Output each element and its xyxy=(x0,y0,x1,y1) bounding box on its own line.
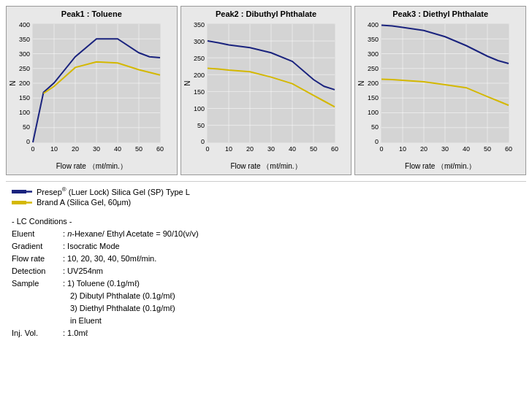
chart2-xlabel: Flow rate （mℓ/min.） xyxy=(184,161,349,172)
cond-flowrate-value: : 10, 20, 30, 40, 50mℓ/min. xyxy=(63,253,520,265)
svg-text:150: 150 xyxy=(19,94,30,101)
charts-row: Peak1 : Toluene xyxy=(6,6,526,175)
chart2-title: Peak2 : Dibuthyl Phthalate xyxy=(184,9,349,18)
chart3-xlabel: Flow rate （mℓ/min.） xyxy=(358,161,522,172)
svg-text:20: 20 xyxy=(420,145,428,153)
svg-text:50: 50 xyxy=(23,123,30,131)
cond-sample1: Sample : 1) Toluene (0.1g/mℓ) xyxy=(12,277,520,290)
svg-text:350: 350 xyxy=(368,36,379,43)
svg-text:200: 200 xyxy=(368,80,379,87)
chart-peak3: Peak3 : Diethyl Phthalate xyxy=(354,6,526,175)
svg-text:60: 60 xyxy=(156,145,164,153)
svg-text:150: 150 xyxy=(194,88,205,96)
svg-text:10: 10 xyxy=(225,145,232,153)
cond-gradient-label: Gradient xyxy=(12,240,63,253)
cond-sample-label: Sample xyxy=(12,277,63,290)
chart2-area: 350 300 250 200 150 100 50 0 0 10 20 30 … xyxy=(184,21,349,160)
svg-text:50: 50 xyxy=(197,122,205,129)
svg-text:300: 300 xyxy=(368,50,379,58)
svg-text:50: 50 xyxy=(135,145,142,153)
svg-text:60: 60 xyxy=(331,145,338,153)
cond-sample3: 3) Diethyl Phthalate (0.1g/mℓ) xyxy=(12,302,520,315)
svg-text:0: 0 xyxy=(31,145,34,153)
svg-text:100: 100 xyxy=(368,109,379,116)
cond-detection-value: : UV254nm xyxy=(63,265,520,277)
main-container: Peak1 : Toluene xyxy=(0,0,532,348)
svg-text:250: 250 xyxy=(368,65,379,72)
svg-text:40: 40 xyxy=(289,145,296,153)
cond-flowrate-label: Flow rate xyxy=(12,253,63,265)
cond-injvol: Inj. Vol. : 1.0mℓ xyxy=(12,327,520,339)
chart1-xlabel: Flow rate （mℓ/min.） xyxy=(10,161,174,172)
svg-text:400: 400 xyxy=(19,21,30,28)
svg-text:20: 20 xyxy=(72,145,79,153)
cond-gradient: Gradient : Isocratic Mode xyxy=(12,240,520,253)
cond-detection-label: Detection xyxy=(12,265,63,277)
svg-text:N: N xyxy=(184,80,191,85)
chart-peak1: Peak1 : Toluene xyxy=(6,6,178,175)
svg-text:0: 0 xyxy=(26,138,30,145)
svg-text:30: 30 xyxy=(267,145,275,153)
svg-text:0: 0 xyxy=(380,145,384,153)
svg-text:N: N xyxy=(358,80,365,85)
cond-flowrate: Flow rate : 10, 20, 30, 40, 50mℓ/min. xyxy=(12,253,520,265)
chart-peak2: Peak2 : Dibuthyl Phthalate xyxy=(180,6,352,175)
chart3-svg: 400 350 300 250 200 150 100 50 0 0 10 20… xyxy=(358,21,517,160)
svg-text:0: 0 xyxy=(201,138,205,145)
svg-text:50: 50 xyxy=(310,145,317,153)
svg-text:150: 150 xyxy=(368,94,379,101)
legend-line-presep xyxy=(12,187,32,196)
chart1-title: Peak1 : Toluene xyxy=(10,9,174,18)
svg-text:200: 200 xyxy=(19,80,30,87)
chart1-svg: 400 350 300 250 200 150 100 50 0 0 10 20… xyxy=(10,21,169,160)
svg-text:50: 50 xyxy=(484,145,491,153)
svg-text:300: 300 xyxy=(19,50,30,58)
conditions-section: - LC Conditions - Eluent : n-Hexane/ Eth… xyxy=(6,212,526,342)
svg-text:400: 400 xyxy=(368,21,379,28)
svg-text:30: 30 xyxy=(93,145,100,153)
svg-text:250: 250 xyxy=(194,55,205,62)
svg-text:350: 350 xyxy=(194,21,205,28)
chart3-area: 400 350 300 250 200 150 100 50 0 0 10 20… xyxy=(358,21,522,160)
svg-text:20: 20 xyxy=(246,145,254,153)
svg-text:30: 30 xyxy=(441,145,449,153)
legend-section: Presep® (Luer Lock) Silica Gel (SP) Type… xyxy=(6,181,526,212)
cond-detection: Detection : UV254nm xyxy=(12,265,520,277)
legend-brand-text: Brand A (Silica Gel, 60μm) xyxy=(37,198,131,207)
cond-eluent: Eluent : n-Hexane/ Ethyl Acetate = 90/10… xyxy=(12,228,520,240)
conditions-header: - LC Conditions - xyxy=(12,215,520,228)
chart2-svg: 350 300 250 200 150 100 50 0 0 10 20 30 … xyxy=(184,21,343,160)
svg-text:10: 10 xyxy=(50,145,58,153)
cond-eluent-value: : n-Hexane/ Ethyl Acetate = 90/10(v/v) xyxy=(63,228,520,240)
cond-sample-value1: : 1) Toluene (0.1g/mℓ) xyxy=(63,277,520,290)
svg-text:0: 0 xyxy=(205,145,209,153)
svg-text:100: 100 xyxy=(19,109,30,116)
cond-injvol-label: Inj. Vol. xyxy=(12,327,63,339)
svg-text:40: 40 xyxy=(114,145,121,153)
legend-presep-text: Presep® (Luer Lock) Silica Gel (SP) Type… xyxy=(37,186,190,196)
svg-text:250: 250 xyxy=(19,65,30,72)
legend-line-brand xyxy=(12,198,32,207)
svg-text:100: 100 xyxy=(194,105,205,112)
legend-item-presep: Presep® (Luer Lock) Silica Gel (SP) Type… xyxy=(12,186,520,196)
svg-text:50: 50 xyxy=(371,123,379,131)
svg-text:N: N xyxy=(10,80,17,85)
svg-text:40: 40 xyxy=(463,145,470,153)
svg-text:300: 300 xyxy=(194,38,205,45)
svg-text:350: 350 xyxy=(19,36,30,43)
cond-gradient-value: : Isocratic Mode xyxy=(63,240,520,253)
svg-text:200: 200 xyxy=(194,72,205,79)
cond-sample2: 2) Dibutyl Phthalate (0.1g/mℓ) xyxy=(12,290,520,302)
cond-injvol-value: : 1.0mℓ xyxy=(63,327,520,339)
chart3-title: Peak3 : Diethyl Phthalate xyxy=(358,9,522,18)
cond-eluent-label: Eluent xyxy=(12,228,63,240)
legend-item-brand: Brand A (Silica Gel, 60μm) xyxy=(12,198,520,207)
cond-sample4: in Eluent xyxy=(12,315,520,327)
chart1-area: 400 350 300 250 200 150 100 50 0 0 10 20… xyxy=(10,21,174,160)
svg-text:60: 60 xyxy=(505,145,512,153)
svg-text:10: 10 xyxy=(399,145,406,153)
svg-text:0: 0 xyxy=(375,138,379,145)
